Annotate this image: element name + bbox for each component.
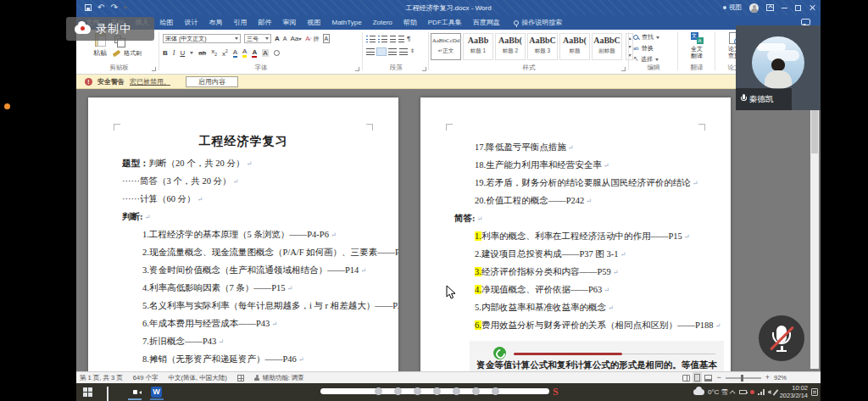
paragraph-mark-icon[interactable]: ¶: [407, 35, 410, 42]
doc-line[interactable]: 1.利率的概念、利率在工程经济活动中的作用——P15↵: [420, 227, 731, 245]
zoom-level[interactable]: 92%: [774, 374, 787, 382]
doc-line[interactable]: 3.经济评价指标分类和内容——P59↵: [420, 263, 731, 281]
doc-line[interactable]: ······计算（60 分）↵: [88, 190, 398, 208]
tab-9[interactable]: 视图: [302, 18, 326, 27]
underline-caret-icon[interactable]: [190, 52, 193, 54]
decrease-indent-icon[interactable]: [390, 36, 396, 42]
select-button[interactable]: ↖选择: [633, 55, 659, 64]
pen-icon[interactable]: [772, 389, 778, 395]
weather-text[interactable]: 0°C 雪: [708, 387, 728, 397]
action-center-icon[interactable]: [811, 388, 818, 396]
doc-line[interactable]: 判断:↵: [88, 208, 398, 226]
macro-disabled-link[interactable]: 宏已被禁用。: [130, 77, 170, 86]
doc-line[interactable]: 简答:↵: [420, 209, 731, 227]
change-case-icon[interactable]: Aa: [290, 35, 302, 42]
full-translate-button[interactable]: 全文翻译: [680, 32, 714, 59]
align-left-icon[interactable]: [366, 48, 375, 55]
clock[interactable]: 10:022023/2/14: [780, 385, 808, 399]
language-indicator[interactable]: 中文(简体, 中国大陆): [168, 374, 226, 382]
ribbon-display-options-icon[interactable]: [766, 4, 774, 11]
grow-font-icon[interactable]: A: [275, 35, 280, 42]
doc-line[interactable]: 7.折旧概念——P43↵: [88, 332, 398, 350]
scrubber-dot-5[interactable]: [472, 387, 480, 395]
align-right-icon[interactable]: [388, 48, 397, 55]
webcam-tile[interactable]: 秦德凯: [736, 25, 821, 110]
qat-customize-icon[interactable]: [124, 7, 127, 9]
zoom-out-button[interactable]: −: [716, 374, 721, 382]
subscript-icon[interactable]: x2: [211, 47, 217, 58]
zoom-in-button[interactable]: +: [765, 374, 770, 382]
doc-line[interactable]: 题型：判断（20 个，共 20 分）↵: [88, 154, 398, 172]
read-mode-icon[interactable]: [682, 375, 690, 382]
font-size-select[interactable]: 三号: [244, 34, 271, 43]
bullet-list-icon[interactable]: [366, 36, 376, 42]
tab-12[interactable]: 帮助: [398, 18, 422, 27]
task-view-button[interactable]: [107, 387, 108, 401]
char-border-icon[interactable]: A: [323, 34, 331, 43]
font-dialog-launcher[interactable]: [355, 67, 359, 71]
replace-button[interactable]: ab替换: [633, 44, 654, 53]
taskbar-word-app[interactable]: W: [151, 387, 162, 398]
justify-icon[interactable]: [399, 48, 408, 55]
doc-line[interactable]: 3.资金时间价值概念（生产和流通领域相结合）——P14↵: [88, 261, 398, 279]
scrubber-dot-4[interactable]: [453, 387, 460, 395]
tab-3[interactable]: 绘图: [154, 18, 179, 27]
tab-6[interactable]: 引用: [228, 18, 253, 27]
tab-11[interactable]: Zotero: [367, 19, 398, 26]
doc-line[interactable]: 5.名义利率与实际利率（每年计息期越多，i 与 r 相差越大）——P27↵: [88, 297, 398, 315]
style-card-4[interactable]: AaBb(标题: [559, 33, 590, 60]
zoom-slider[interactable]: [726, 377, 761, 379]
doc-line[interactable]: 1.工程经济学的基本原理（5 条浏览）——P4-P6↵: [88, 226, 398, 243]
bold-icon[interactable]: B: [163, 49, 168, 57]
doc-line[interactable]: 2.建设项目总投资构成——P37 图 3-1↵: [420, 245, 731, 263]
zoom-slider-knob[interactable]: [741, 375, 743, 382]
accessibility-status[interactable]: 辅助功能: 调查: [254, 374, 304, 382]
text-effects-icon[interactable]: A: [233, 48, 237, 58]
undo-icon[interactable]: ↶: [97, 3, 104, 12]
font-color-icon[interactable]: A: [252, 48, 257, 58]
mute-microphone-button[interactable]: [759, 315, 804, 361]
tab-4[interactable]: 设计: [179, 18, 203, 27]
tell-me-search[interactable]: 操作说明搜索: [514, 18, 562, 27]
doc-line[interactable]: 5.内部收益率和基准收益率的概念↵: [420, 298, 731, 316]
char-shading-icon[interactable]: A: [262, 49, 268, 57]
doc-line[interactable]: 20.价值工程的概念——P242↵: [420, 192, 731, 209]
shrink-font-icon[interactable]: A: [283, 35, 287, 42]
word-count[interactable]: 649 个字: [133, 374, 159, 382]
increase-indent-icon[interactable]: [398, 36, 404, 42]
style-card-2[interactable]: AaBb(标题 2: [495, 33, 526, 60]
enclose-char-icon[interactable]: [274, 50, 280, 56]
account-avatar[interactable]: [749, 3, 759, 13]
tab-14[interactable]: 百度网盘: [467, 18, 505, 27]
network-icon[interactable]: [758, 389, 765, 395]
scrubber-dot-1[interactable]: [394, 387, 402, 395]
enable-content-button[interactable]: 启用内容: [186, 76, 238, 87]
player-dot-indicator[interactable]: [4, 103, 10, 109]
doc-line[interactable]: 8.摊销（无形资产和递延资产）——P46↵: [88, 350, 398, 368]
player-scrubber-bar[interactable]: [320, 388, 549, 394]
print-layout-icon[interactable]: [694, 374, 700, 382]
styles-dialog-launcher[interactable]: [621, 67, 626, 71]
scrubber-dot-0[interactable]: [375, 387, 382, 395]
tray-recording-icon[interactable]: [750, 390, 754, 394]
scrubber-dot-2[interactable]: [414, 387, 421, 395]
clear-format-icon[interactable]: A̷: [305, 35, 309, 42]
document-page-1[interactable]: 工程经济学复习 题型：判断（20 个，共 20 分）↵······简答（3 个，…: [88, 97, 398, 371]
doc-line[interactable]: 2.现金流量概念、现金流量图概念（P/A/F 如何画）、三要素——P12-13↵: [88, 243, 398, 261]
scrollbar-thumb[interactable]: [811, 103, 818, 153]
style-card-0[interactable]: AaBbCcDd↵正文: [431, 33, 461, 60]
doc-title-heading[interactable]: 工程经济学复习: [88, 134, 398, 149]
format-painter-button[interactable]: 格式刷: [113, 49, 142, 58]
tab-13[interactable]: PDF工具集: [422, 18, 467, 27]
underline-icon[interactable]: U: [180, 49, 185, 57]
save-icon[interactable]: [85, 4, 92, 11]
maximize-button[interactable]: [795, 5, 801, 11]
style-card-3[interactable]: AaBbC标题 3: [527, 33, 558, 60]
number-list-icon[interactable]: [378, 36, 387, 42]
style-card-5[interactable]: AaBbC副标题: [592, 33, 622, 60]
close-button[interactable]: [809, 4, 815, 11]
comments-icon[interactable]: [801, 19, 810, 25]
titlebar-mode-label[interactable]: 视图: [723, 3, 742, 12]
web-layout-icon[interactable]: [704, 375, 712, 382]
doc-line[interactable]: 19.若矛盾，财务分析的结论要服从国民经济评价的结论↵: [420, 174, 731, 192]
